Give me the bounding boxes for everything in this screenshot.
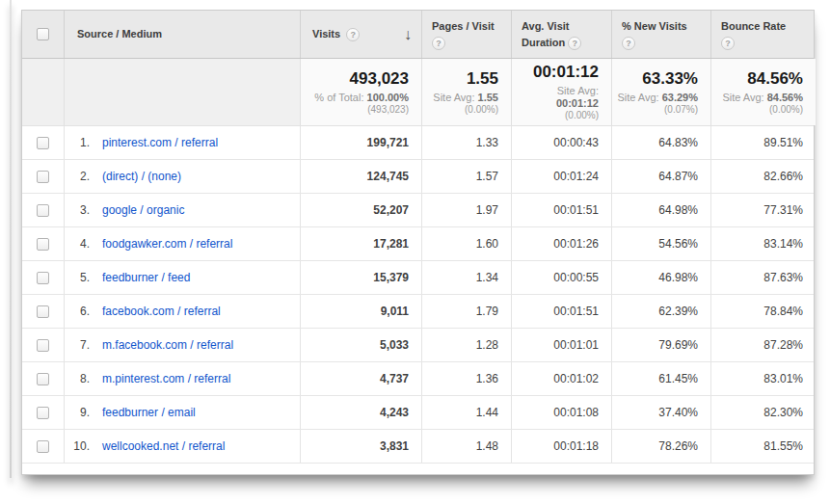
- visits-cell: 15,379: [300, 261, 421, 294]
- source-medium-link[interactable]: wellcooked.net / referral: [102, 439, 225, 453]
- row-select-cell: [22, 160, 64, 193]
- pages-visit-cell: 1.28: [421, 329, 511, 361]
- bounce-rate-cell: 87.28%: [710, 329, 816, 361]
- source-medium-link[interactable]: pinterest.com / referral: [102, 136, 218, 149]
- pages-visit-cell: 1.36: [421, 362, 511, 395]
- row-checkbox[interactable]: [37, 339, 49, 352]
- sort-desc-icon[interactable]: ↓: [404, 27, 412, 42]
- column-header-visits[interactable]: Visits ? ↓: [300, 11, 421, 58]
- column-header-pages-visit[interactable]: Pages / Visit ?: [421, 11, 511, 58]
- table-bottom-padding: [22, 464, 814, 474]
- summary-value: 00:01:12: [533, 63, 599, 82]
- pages-visit-cell: 1.60: [421, 227, 511, 260]
- table-row: 10. wellcooked.net / referral 3,831 1.48…: [22, 430, 814, 464]
- summary-paren: (493,023): [367, 104, 409, 116]
- bounce-rate-cell: 78.84%: [710, 295, 816, 328]
- help-icon[interactable]: ?: [568, 37, 581, 50]
- summary-value: 493,023: [350, 69, 409, 89]
- bounce-rate-cell: 82.30%: [710, 396, 816, 429]
- column-header-source-medium[interactable]: Source / Medium: [64, 11, 300, 58]
- summary-check-spacer: [22, 59, 64, 125]
- bounce-rate-cell: 81.55%: [710, 430, 816, 463]
- source-medium-link[interactable]: (direct) / (none): [102, 170, 181, 183]
- pages-visit-cell: 1.33: [421, 126, 511, 159]
- visits-cell: 199,721: [300, 126, 421, 159]
- new-visits-cell: 37.40%: [611, 396, 710, 429]
- row-select-cell: [22, 227, 64, 260]
- source-medium-cell: 4. foodgawker.com / referral: [64, 227, 300, 260]
- row-select-cell: [22, 362, 64, 395]
- avg-duration-cell: 00:00:55: [511, 261, 611, 294]
- help-icon[interactable]: ?: [432, 37, 445, 50]
- select-all-checkbox[interactable]: [37, 28, 49, 40]
- table-row: 9. feedburner / email 4,243 1.44 00:01:0…: [22, 396, 814, 430]
- row-checkbox[interactable]: [37, 373, 49, 385]
- column-header-avg-visit-duration[interactable]: Avg. Visit Duration ?: [511, 11, 611, 58]
- summary-bounce-rate: 84.56% Site Avg: 84.56% (0.00%): [710, 59, 816, 125]
- source-medium-link[interactable]: facebook.com / referral: [102, 305, 221, 318]
- table-row: 2. (direct) / (none) 124,745 1.57 00:01:…: [22, 160, 814, 194]
- bounce-rate-cell: 83.14%: [710, 227, 816, 260]
- row-checkbox[interactable]: [37, 272, 49, 284]
- new-visits-cell: 64.83%: [611, 126, 710, 159]
- table-row: 4. foodgawker.com / referral 17,281 1.60…: [22, 227, 814, 261]
- row-checkbox[interactable]: [37, 305, 49, 318]
- column-header-bounce-rate[interactable]: Bounce Rate ?: [710, 11, 816, 58]
- row-rank: 4.: [72, 237, 90, 251]
- source-medium-cell: 7. m.facebook.com / referral: [64, 329, 300, 361]
- source-medium-link[interactable]: foodgawker.com / referral: [102, 237, 232, 251]
- row-checkbox[interactable]: [37, 407, 49, 419]
- source-medium-link[interactable]: feedburner / feed: [102, 271, 190, 284]
- help-icon[interactable]: ?: [346, 28, 360, 41]
- row-checkbox[interactable]: [37, 171, 49, 183]
- row-select-cell: [22, 261, 64, 294]
- summary-paren: (0.00%): [465, 104, 498, 116]
- pages-visit-cell: 1.79: [421, 295, 511, 328]
- new-visits-cell: 78.26%: [611, 430, 710, 463]
- summary-subtext: Site Avg: 1.55: [433, 92, 498, 104]
- summary-new-visits: 63.33% Site Avg: 63.29% (0.07%): [611, 59, 710, 125]
- row-checkbox[interactable]: [37, 440, 49, 453]
- source-medium-link[interactable]: m.facebook.com / referral: [102, 338, 233, 352]
- row-select-cell: [22, 396, 64, 429]
- summary-subtext: Site Avg: 63.29%: [617, 92, 698, 104]
- row-select-cell: [22, 295, 64, 328]
- help-icon[interactable]: ?: [721, 37, 735, 50]
- summary-pages-visit: 1.55 Site Avg: 1.55 (0.00%): [421, 59, 511, 125]
- row-rank: 1.: [72, 136, 90, 149]
- row-rank: 8.: [72, 372, 90, 385]
- summary-avg-duration: 00:01:12 Site Avg: 00:01:12 (0.00%): [511, 59, 611, 125]
- pages-visit-cell: 1.34: [421, 261, 511, 294]
- column-header-label: Bounce Rate: [721, 20, 786, 32]
- source-medium-link[interactable]: google / organic: [102, 203, 184, 217]
- source-medium-link[interactable]: m.pinterest.com / referral: [102, 372, 230, 385]
- table-row: 5. feedburner / feed 15,379 1.34 00:00:5…: [22, 261, 814, 295]
- bounce-rate-cell: 87.63%: [710, 261, 816, 294]
- row-select-cell: [22, 430, 64, 463]
- source-medium-cell: 2. (direct) / (none): [64, 160, 300, 193]
- help-icon[interactable]: ?: [622, 37, 635, 50]
- row-checkbox[interactable]: [37, 204, 49, 217]
- source-medium-cell: 5. feedburner / feed: [64, 261, 300, 294]
- avg-duration-cell: 00:01:26: [511, 227, 611, 260]
- avg-duration-cell: 00:01:01: [511, 329, 611, 361]
- row-checkbox[interactable]: [37, 238, 49, 251]
- avg-duration-cell: 00:01:18: [511, 430, 611, 463]
- visits-cell: 4,737: [300, 362, 421, 395]
- visits-cell: 4,243: [300, 396, 421, 429]
- column-header-label: Avg. Visit Duration: [522, 20, 570, 48]
- row-checkbox[interactable]: [37, 137, 49, 149]
- bounce-rate-cell: 89.51%: [710, 126, 816, 159]
- summary-subtext: % of Total: 100.00%: [314, 92, 409, 104]
- summary-paren: (0.00%): [565, 110, 599, 121]
- source-medium-link[interactable]: feedburner / email: [102, 406, 196, 419]
- avg-duration-cell: 00:01:24: [511, 160, 611, 193]
- column-header-new-visits[interactable]: % New Visits ?: [611, 11, 710, 58]
- row-rank: 3.: [72, 203, 90, 217]
- summary-value: 84.56%: [747, 69, 803, 89]
- visits-cell: 52,207: [300, 194, 421, 226]
- bounce-rate-cell: 82.66%: [710, 160, 816, 193]
- bounce-rate-cell: 83.01%: [710, 362, 816, 395]
- avg-duration-cell: 00:01:51: [511, 295, 611, 328]
- source-medium-cell: 10. wellcooked.net / referral: [64, 430, 300, 463]
